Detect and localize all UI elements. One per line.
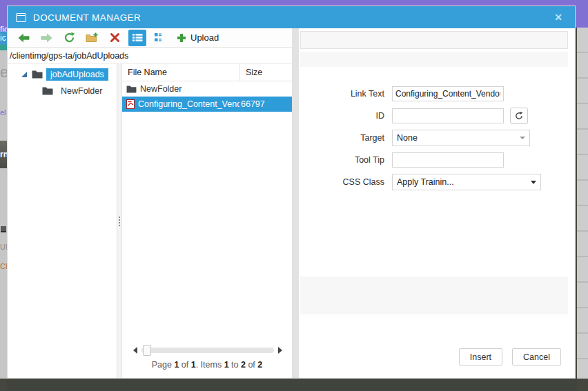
pane-divider <box>292 28 299 378</box>
cancel-button[interactable]: Cancel <box>512 348 561 365</box>
bg-text-fragment: UI <box>0 243 7 251</box>
list-view-icon[interactable] <box>128 30 146 46</box>
dialog-titlebar[interactable]: DOCUMENT MANAGER ✕ <box>8 6 575 28</box>
properties-pane: Link Text ID Target None <box>299 28 575 378</box>
pane-splitter[interactable] <box>117 64 122 378</box>
insert-button[interactable]: Insert <box>459 348 502 365</box>
expand-arrow-icon[interactable] <box>21 72 27 77</box>
id-input[interactable] <box>392 108 504 123</box>
tool-tip-input[interactable] <box>392 152 504 168</box>
close-icon[interactable]: ✕ <box>550 10 567 24</box>
scrollbar-track[interactable] <box>141 348 274 353</box>
target-dropdown[interactable]: None <box>392 130 530 146</box>
properties-form: Link Text ID Target None <box>300 86 568 197</box>
tree-node-label[interactable]: NewFolder <box>57 85 106 97</box>
tool-tip-row: Tool Tip <box>300 152 568 168</box>
background-page-bottom-strip <box>7 379 577 391</box>
file-size: 66797 <box>239 99 292 109</box>
target-row: Target None <box>300 130 568 146</box>
properties-lower-band <box>300 277 568 314</box>
file-row-newfolder[interactable]: NewFolder <box>122 81 292 97</box>
bg-text-fragment: rn <box>0 141 7 168</box>
file-row-pdf[interactable]: Configuring_Content_Vendor 66797 <box>122 97 292 112</box>
pdf-file-icon <box>126 99 135 109</box>
bg-text-fragment: CR <box>0 262 7 270</box>
background-page-left-strip: fic ic e el rn UI CR <box>0 25 7 379</box>
file-explorer-pane: Upload /clientimg/gps-ta/jobAdUploads jo… <box>8 28 292 378</box>
address-path[interactable]: /clientimg/gps-ta/jobAdUploads <box>8 48 292 64</box>
forward-icon[interactable] <box>37 30 55 46</box>
column-header-size[interactable]: Size <box>239 64 292 81</box>
folder-tree: jobAdUploads NewFolder <box>8 64 117 378</box>
chevron-down-icon <box>531 181 536 184</box>
scroll-left-icon[interactable] <box>133 347 137 354</box>
upload-plus-icon <box>177 33 186 43</box>
bg-teal-bar <box>0 45 7 50</box>
scroll-right-icon[interactable] <box>278 347 282 354</box>
id-label: ID <box>300 111 384 121</box>
file-list-header: File Name Size <box>122 64 292 81</box>
file-name: NewFolder <box>140 84 182 94</box>
file-list-empty-area <box>122 112 292 345</box>
id-row: ID <box>300 108 568 123</box>
target-selected-value: None <box>397 133 516 143</box>
target-label: Target <box>300 133 384 143</box>
explorer-toolbar: Upload <box>8 28 292 48</box>
css-class-selected-value: Apply Trainin... <box>397 177 527 187</box>
refresh-arrow-icon <box>514 111 524 121</box>
bg-text-fragment: ic <box>0 32 7 45</box>
new-folder-icon[interactable] <box>83 30 101 46</box>
tool-tip-label: Tool Tip <box>300 155 384 165</box>
css-class-label: CSS Class <box>300 177 384 187</box>
tree-node-newfolder[interactable]: NewFolder <box>8 83 117 98</box>
document-manager-dialog: DOCUMENT MANAGER ✕ <box>7 6 576 379</box>
refresh-icon[interactable] <box>60 30 78 46</box>
bg-doc-icon <box>1 226 6 232</box>
background-page-right-strip <box>577 28 588 379</box>
css-class-row: CSS Class Apply Trainin... <box>300 174 568 190</box>
scrollbar-thumb[interactable] <box>143 345 151 356</box>
tree-node-jobaduploads[interactable]: jobAdUploads <box>8 67 117 81</box>
file-list: File Name Size NewFolder <box>122 64 292 378</box>
css-class-dropdown[interactable]: Apply Trainin... <box>392 174 541 190</box>
back-icon[interactable] <box>14 30 32 46</box>
dialog-title: DOCUMENT MANAGER <box>33 12 550 23</box>
dialog-body: Upload /clientimg/gps-ta/jobAdUploads jo… <box>8 28 575 378</box>
bg-text-fragment: el <box>0 108 6 117</box>
pager-status: Page 1 of 1. Items 1 to 2 of 2 <box>122 360 292 378</box>
tree-node-label[interactable]: jobAdUploads <box>46 68 108 81</box>
upload-button[interactable]: Upload <box>177 32 219 43</box>
properties-header-box <box>300 31 568 49</box>
file-name: Configuring_Content_Vendor <box>138 99 239 109</box>
horizontal-scrollbar[interactable] <box>133 345 282 356</box>
grid-view-icon[interactable] <box>151 30 169 46</box>
bg-text-fragment: fic <box>0 25 7 32</box>
properties-subheader-strip <box>300 52 568 67</box>
column-header-file-name[interactable]: File Name <box>122 68 239 77</box>
bg-text-fragment: e <box>0 63 7 81</box>
window-icon <box>16 13 26 22</box>
link-text-input[interactable] <box>392 86 504 101</box>
delete-icon[interactable] <box>106 30 124 46</box>
upload-label: Upload <box>190 32 219 43</box>
folder-icon <box>126 85 137 93</box>
regenerate-id-button[interactable] <box>510 108 528 124</box>
folder-icon <box>32 70 43 79</box>
explorer-content: jobAdUploads NewFolder F <box>8 64 292 378</box>
chevron-down-icon <box>520 137 525 139</box>
dialog-footer: Insert Cancel <box>300 348 568 378</box>
folder-icon <box>42 86 53 95</box>
link-text-label: Link Text <box>300 89 384 99</box>
link-text-row: Link Text <box>300 86 568 101</box>
